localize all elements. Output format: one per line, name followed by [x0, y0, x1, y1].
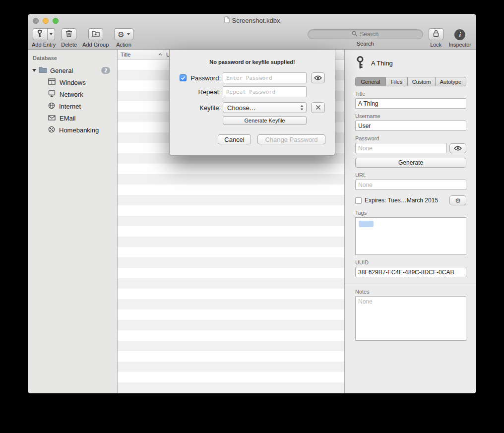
repeat-password-input[interactable] [223, 86, 307, 97]
dialog-message: No password or keyfile supplied! [170, 59, 335, 65]
uuid-label: UUID [355, 259, 466, 265]
toolbar-item-lock: Lock [429, 28, 443, 48]
toolbar-label: Add Entry [32, 42, 56, 48]
enter-password-input[interactable] [223, 72, 307, 83]
add-entry-button[interactable] [33, 28, 48, 40]
folder-plus-icon [92, 30, 100, 39]
trash-icon [65, 29, 72, 39]
password-field-label: Password [355, 135, 466, 141]
username-field-label: Username [355, 113, 466, 119]
entry-count-badge: 2 [101, 67, 110, 74]
tag-chip[interactable] [359, 221, 374, 227]
clear-keyfile-button[interactable] [311, 102, 325, 113]
lock-button[interactable] [429, 28, 443, 40]
chevron-down-icon [50, 33, 53, 35]
notes-field[interactable] [355, 296, 466, 341]
toolbar-label: Delete [61, 42, 77, 48]
toolbar: Add Entry Delete [28, 27, 476, 49]
toolbar-item-search: Search Search [308, 28, 423, 47]
toolbar-right-group: Search Search Lock [308, 28, 471, 49]
sidebar-header: Database [28, 54, 117, 64]
change-password-button[interactable]: Change Password [257, 134, 325, 144]
window-title-bar: Screenshot.kdbx [28, 14, 476, 27]
toolbar-label: Add Group [82, 42, 109, 48]
close-icon [315, 103, 321, 112]
disclosure-triangle-icon[interactable] [32, 69, 36, 72]
toolbar-item-add-group: Add Group [82, 28, 109, 49]
tab-autotype[interactable]: Autotype [435, 77, 466, 86]
sidebar-item-label: Network [60, 91, 83, 98]
add-group-button[interactable] [88, 28, 103, 40]
display-icon [48, 90, 56, 99]
stepper-arrows-icon [300, 105, 304, 111]
globe-icon [48, 102, 55, 111]
password-checkbox[interactable] [180, 74, 187, 81]
sidebar-item-email[interactable]: EMail [28, 112, 117, 124]
sidebar-item-internet[interactable]: Internet [28, 100, 117, 112]
toolbar-item-inspector: i Inspector [449, 28, 471, 48]
tags-label: Tags [355, 210, 466, 216]
sidebar-group-general[interactable]: General 2 [28, 64, 117, 76]
sidebar-item-homebanking[interactable]: Homebanking [28, 124, 117, 136]
action-button[interactable]: ⚙ [114, 28, 133, 40]
document-icon [224, 16, 230, 25]
tab-files[interactable]: Files [385, 77, 407, 86]
cancel-button[interactable]: Cancel [218, 134, 251, 144]
reveal-password-button[interactable] [449, 143, 466, 153]
title-field[interactable] [355, 98, 466, 109]
generate-password-button[interactable]: Generate [355, 158, 466, 168]
password-label: Password: [189, 74, 221, 82]
toolbar-label: Inspector [449, 42, 471, 48]
gear-icon: ⚙ [118, 31, 124, 38]
expires-checkbox[interactable] [355, 197, 362, 204]
keyfile-row: Keyfile: Choose… [180, 102, 325, 113]
sidebar-item-network[interactable]: Network [28, 88, 117, 100]
toolbar-label: Action [116, 42, 131, 48]
uuid-field[interactable] [355, 267, 466, 277]
sidebar: Database General 2 Windows Network [28, 50, 118, 393]
keyfile-dropdown[interactable]: Choose… [223, 102, 307, 113]
toolbar-item-delete: Delete [61, 28, 77, 49]
reveal-password-button[interactable] [311, 72, 325, 83]
lock-icon [433, 30, 439, 39]
change-password-dialog: No password or keyfile supplied! Passwor… [169, 50, 335, 156]
generate-keyfile-button[interactable]: Generate Keyfile [223, 116, 307, 125]
url-field-label: URL [355, 172, 466, 178]
sidebar-group-label: General [50, 67, 73, 74]
tab-custom[interactable]: Custom [407, 77, 435, 86]
toolbar-label: Lock [430, 42, 441, 48]
keyfile-label: Keyfile: [180, 104, 221, 112]
title-field-label: Title [355, 91, 466, 97]
windows-icon [48, 78, 56, 86]
window-chrome: Screenshot.kdbx Add Entry [28, 14, 476, 50]
toolbar-item-add-entry: Add Entry [32, 28, 56, 49]
search-input[interactable]: Search [308, 29, 423, 39]
entry-title: A Thing [371, 60, 393, 67]
username-field[interactable] [355, 121, 466, 131]
divider [345, 284, 476, 284]
expires-settings-button[interactable]: ⚙ [449, 195, 466, 205]
repeat-row: Repeat: [180, 86, 307, 97]
password-row: Password: [180, 72, 325, 83]
column-header-title[interactable]: Title [118, 50, 164, 59]
info-icon: i [459, 31, 461, 39]
key-icon [355, 56, 365, 71]
delete-button[interactable] [62, 28, 76, 40]
keyfile-dropdown-value: Choose… [227, 104, 256, 112]
inspector-tabs: General Files Custom Autotype [355, 77, 466, 86]
url-field[interactable] [355, 180, 466, 190]
password-field[interactable] [355, 143, 447, 153]
window-title: Screenshot.kdbx [232, 17, 280, 24]
expires-row: Expires: Tues…March 2015 ⚙ [355, 195, 466, 205]
coins-icon [48, 126, 55, 134]
folder-icon [39, 66, 47, 75]
inspector-panel: A Thing General Files Custom Autotype Ti… [344, 50, 476, 393]
tags-input[interactable] [355, 217, 466, 255]
sidebar-item-windows[interactable]: Windows [28, 76, 117, 88]
toolbar-item-action: ⚙ Action [114, 28, 133, 49]
inspector-toggle-button[interactable]: i [454, 29, 465, 40]
eye-icon [314, 73, 322, 82]
app-window: Screenshot.kdbx Add Entry [28, 14, 476, 393]
add-entry-menu-button[interactable] [48, 28, 55, 40]
tab-general[interactable]: General [356, 77, 385, 86]
